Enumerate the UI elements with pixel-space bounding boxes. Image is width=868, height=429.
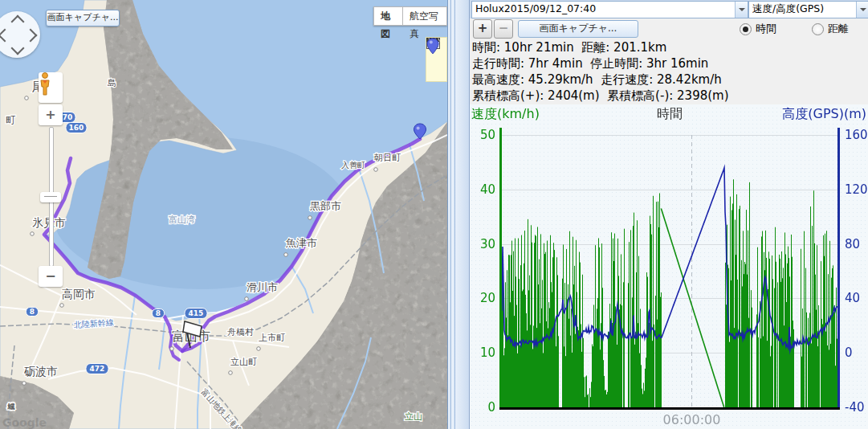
chart-zoom-out-button[interactable]: −: [494, 19, 513, 39]
chart-zoom-in-button[interactable]: +: [473, 19, 492, 39]
stat-moving-stopped: 走行時間: 7hr 4min 停止時間: 3hr 16min: [472, 55, 867, 72]
svg-text:472: 472: [90, 365, 105, 373]
toolbar-row: + − 画面キャプチャ... 時間 距離: [470, 18, 868, 39]
map-type-map-button[interactable]: 地図: [373, 6, 403, 26]
track-statistics: 時間: 10hr 21min 距離: 201.1km 走行時間: 7hr 4mi…: [472, 39, 867, 104]
pegman-icon[interactable]: [39, 72, 51, 96]
map-zoom-out-button[interactable]: −: [39, 266, 63, 287]
map-watermark: Google: [2, 416, 47, 429]
map-label: 町: [6, 114, 16, 125]
street-view-pegman-control[interactable]: [39, 72, 63, 103]
x-axis-distance-label: 距離: [828, 22, 849, 36]
map-type-satellite-button[interactable]: 航空写真: [403, 6, 447, 26]
track-select[interactable]: Holux2015/09/12_07:40: [471, 1, 748, 18]
map-label: 富山湾: [169, 214, 195, 225]
map[interactable]: 47016041547288尾市町島氷見市高岡市砺波市富山市舟橋村上市町立山町滑…: [0, 0, 447, 429]
map-label: 黒部市: [310, 200, 341, 212]
svg-text:8: 8: [156, 309, 161, 317]
map-zoom-in-button[interactable]: +: [39, 104, 63, 125]
route-badge: 160: [66, 123, 87, 133]
stat-speeds: 最高速度: 45.29km/h 走行速度: 28.42km/h: [472, 72, 867, 88]
svg-text:160: 160: [69, 124, 84, 132]
route-badge: 8: [26, 308, 39, 317]
map-screen-capture-button[interactable]: 画面キャプチャ...: [46, 10, 120, 27]
route-badge: 415: [185, 308, 207, 319]
mode-select-dropdown-button[interactable]: [856, 2, 868, 18]
marker-balloon-icon[interactable]: [426, 38, 439, 55]
map-label: 滑川市: [247, 281, 278, 293]
chevron-down-icon: [739, 8, 745, 11]
map-label: 魚津市: [286, 237, 317, 249]
gps-track-viewer-window: 47016041547288尾市町島氷見市高岡市砺波市富山市舟橋村上市町立山町滑…: [0, 0, 868, 429]
speed-altitude-chart[interactable]: [470, 104, 868, 429]
screen-capture-button[interactable]: 画面キャプチャ...: [518, 20, 638, 38]
map-label: 舟橋村: [227, 327, 254, 337]
map-label: 入善町: [341, 161, 365, 170]
map-label: 高岡市: [62, 288, 96, 300]
radio-circle-icon[interactable]: [812, 23, 824, 35]
map-label: 立山: [405, 411, 422, 422]
data-panel: Holux2015/09/12_07:40 速度/高度(GPS) + − 画面キ…: [470, 0, 868, 429]
map-label: 砺波市: [23, 365, 58, 378]
pan-right-icon[interactable]: [24, 29, 38, 43]
pane-splitter[interactable]: [447, 0, 470, 429]
chart-canvas[interactable]: [470, 104, 868, 429]
map-label: 上市町: [259, 333, 285, 343]
map-type-switcher: 地図 航空写真: [373, 6, 447, 26]
map-label: 立山町: [230, 357, 257, 367]
map-tool-panel: [426, 37, 447, 82]
stat-time-distance: 時間: 10hr 21min 距離: 201.1km: [472, 39, 867, 55]
stat-elevation-gain-loss: 累積標高(+): 2404(m) 累積標高(-): 2398(m): [472, 88, 867, 104]
x-axis-time-radio[interactable]: 時間: [740, 22, 776, 36]
track-select-dropdown-button[interactable]: [735, 2, 748, 18]
map-canvas[interactable]: 47016041547288尾市町島氷見市高岡市砺波市富山市舟橋村上市町立山町滑…: [0, 0, 447, 429]
radio-circle-icon[interactable]: [740, 23, 752, 35]
x-axis-time-label: 時間: [756, 22, 776, 36]
map-label: 朝日町: [373, 153, 401, 163]
svg-text:8: 8: [30, 308, 35, 316]
route-badge: 472: [86, 364, 108, 374]
mode-select[interactable]: 速度/高度(GPS): [748, 1, 868, 18]
chevron-down-icon: [860, 8, 866, 11]
x-axis-distance-radio[interactable]: 距離: [812, 22, 849, 36]
route-badge: 8: [153, 309, 165, 318]
pan-up-icon[interactable]: [11, 15, 25, 29]
svg-text:415: 415: [189, 309, 204, 317]
track-select-value: Holux2015/09/12_07:40: [472, 2, 735, 18]
selector-row: Holux2015/09/12_07:40 速度/高度(GPS): [470, 0, 868, 18]
mode-select-value: 速度/高度(GPS): [749, 2, 856, 18]
pan-down-icon[interactable]: [11, 42, 25, 55]
map-zoom-slider-handle[interactable]: [40, 192, 61, 202]
pan-left-icon[interactable]: [0, 29, 11, 43]
